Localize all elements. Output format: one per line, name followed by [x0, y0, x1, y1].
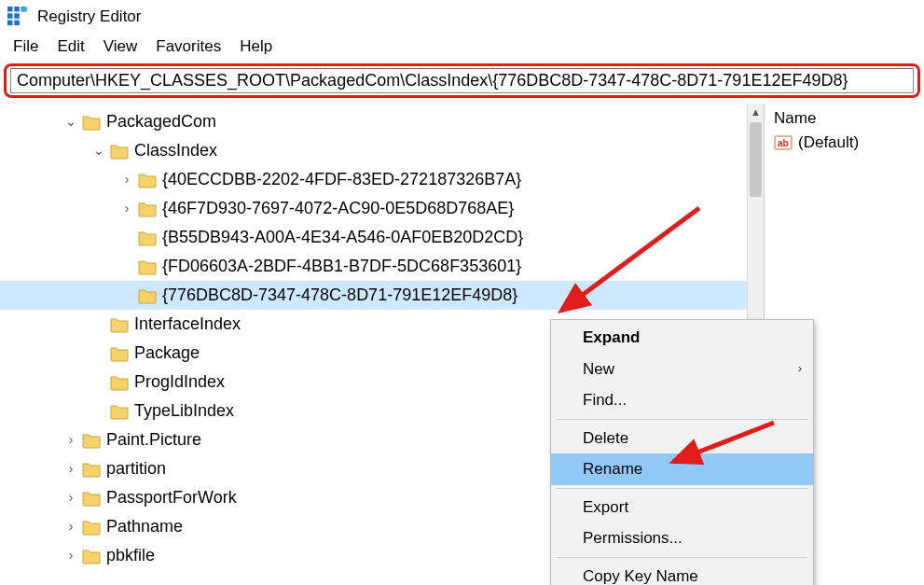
folder-icon: [110, 403, 129, 420]
context-item-copy-key-name[interactable]: Copy Key Name: [551, 561, 813, 586]
chevron-right-icon[interactable]: ›: [62, 487, 80, 508]
svg-rect-1: [14, 7, 19, 12]
context-separator: [557, 419, 807, 420]
chevron-right-icon: ›: [798, 360, 802, 379]
folder-icon: [110, 143, 129, 160]
context-item-label: New: [583, 360, 614, 378]
tree-item-label: ProgIdIndex: [134, 369, 225, 397]
scroll-up-arrow[interactable]: ▲: [748, 104, 764, 120]
column-header-name[interactable]: Name: [774, 109, 915, 128]
tree-item-label: ClassIndex: [134, 137, 217, 165]
folder-icon: [82, 490, 101, 507]
svg-rect-3: [7, 13, 13, 18]
context-item-label: Delete: [583, 429, 628, 447]
tree-item-label: {B55DB943-A00A-4E34-A546-0AF0EB20D2CD}: [162, 224, 523, 252]
svg-rect-4: [14, 13, 19, 18]
context-item-rename[interactable]: Rename: [551, 453, 813, 485]
chevron-right-icon[interactable]: ›: [62, 429, 80, 451]
context-item-label: Find...: [583, 391, 627, 409]
context-item-find[interactable]: Find...: [551, 384, 813, 416]
menu-bar: File Edit View Favorites Help: [0, 34, 924, 63]
folder-icon: [110, 316, 129, 333]
context-item-expand[interactable]: Expand: [551, 322, 813, 354]
chevron-right-icon[interactable]: ›: [62, 458, 80, 480]
tree-item-label: {46F7D930-7697-4072-AC90-0E5D68D768AE}: [162, 195, 514, 223]
tree-item[interactable]: ⌄PackagedCom: [0, 107, 764, 136]
svg-rect-6: [14, 21, 19, 25]
svg-rect-0: [7, 7, 13, 12]
context-item-label: Rename: [583, 460, 642, 478]
tree-item-label: PackagedCom: [106, 108, 216, 136]
folder-icon: [138, 201, 157, 217]
folder-icon: [82, 461, 101, 478]
tree-item-label: {776DBC8D-7347-478C-8D71-791E12EF49D8}: [162, 282, 517, 310]
tree-item-label: {40ECCDBB-2202-4FDF-83ED-272187326B7A}: [162, 166, 521, 194]
folder-icon: [138, 230, 157, 246]
chevron-right-icon[interactable]: ›: [62, 516, 80, 537]
context-item-label: Export: [583, 498, 628, 516]
context-item-label: Copy Key Name: [583, 567, 698, 585]
folder-icon: [82, 548, 101, 564]
svg-text:ab: ab: [778, 138, 789, 148]
tree-item-label: TypeLibIndex: [134, 397, 234, 425]
context-item-delete[interactable]: Delete: [551, 423, 813, 454]
tree-item[interactable]: ›{46F7D930-7697-4072-AC90-0E5D68D768AE}: [0, 194, 764, 223]
folder-icon: [138, 287, 157, 304]
folder-icon: [138, 258, 157, 275]
context-menu: ExpandNew›Find...DeleteRenameExportPermi…: [550, 319, 814, 585]
folder-icon: [110, 345, 129, 362]
folder-icon: [138, 172, 157, 188]
folder-icon: [82, 432, 101, 449]
title-bar: Registry Editor: [0, 0, 924, 34]
value-name: (Default): [798, 133, 859, 152]
tree-item-label: PassportForWork: [106, 484, 237, 512]
folder-icon: [82, 519, 101, 536]
tree-item-label: Pathname: [106, 513, 183, 541]
address-bar[interactable]: [10, 68, 914, 93]
scroll-thumb[interactable]: [750, 122, 762, 197]
tree-item-label: Paint.Picture: [106, 426, 201, 454]
tree-item-label: partition: [106, 455, 166, 483]
menu-view[interactable]: View: [96, 35, 145, 58]
folder-icon: [82, 114, 101, 131]
tree-item[interactable]: ›{FD06603A-2BDF-4BB1-B7DF-5DC68F353601}: [0, 252, 764, 281]
chevron-right-icon[interactable]: ›: [117, 169, 136, 190]
window-title: Registry Editor: [37, 7, 141, 26]
chevron-down-icon[interactable]: ⌄: [62, 111, 80, 132]
menu-help[interactable]: Help: [232, 35, 280, 58]
chevron-right-icon[interactable]: ›: [62, 545, 80, 566]
menu-file[interactable]: File: [6, 35, 46, 58]
menu-favorites[interactable]: Favorites: [148, 35, 228, 58]
value-row[interactable]: ab (Default): [774, 133, 915, 152]
regedit-app-icon: [7, 7, 28, 27]
string-value-icon: ab: [774, 133, 793, 152]
chevron-down-icon[interactable]: ⌄: [90, 140, 108, 161]
menu-edit[interactable]: Edit: [49, 35, 91, 58]
tree-item-label: InterfaceIndex: [134, 311, 241, 339]
svg-point-7: [21, 7, 27, 12]
tree-item[interactable]: ›{776DBC8D-7347-478C-8D71-791E12EF49D8}: [0, 281, 764, 310]
context-item-new[interactable]: New›: [551, 354, 813, 385]
context-separator: [557, 557, 807, 558]
folder-icon: [110, 374, 129, 391]
tree-item[interactable]: ›{B55DB943-A00A-4E34-A546-0AF0EB20D2CD}: [0, 223, 764, 252]
chevron-right-icon[interactable]: ›: [117, 198, 136, 219]
tree-item-label: Package: [134, 340, 200, 368]
svg-rect-5: [7, 21, 13, 25]
tree-item[interactable]: ›{40ECCDBB-2202-4FDF-83ED-272187326B7A}: [0, 165, 764, 194]
context-item-label: Expand: [583, 328, 640, 346]
context-item-label: Permissions...: [583, 529, 683, 547]
tree-item[interactable]: ⌄ClassIndex: [0, 136, 764, 165]
context-item-export[interactable]: Export: [551, 492, 813, 523]
context-item-permissions[interactable]: Permissions...: [551, 522, 813, 554]
tree-item-label: {FD06603A-2BDF-4BB1-B7DF-5DC68F353601}: [162, 253, 521, 281]
tree-item-label: pbkfile: [106, 542, 155, 570]
address-bar-highlight: [4, 63, 920, 98]
context-separator: [557, 488, 807, 489]
